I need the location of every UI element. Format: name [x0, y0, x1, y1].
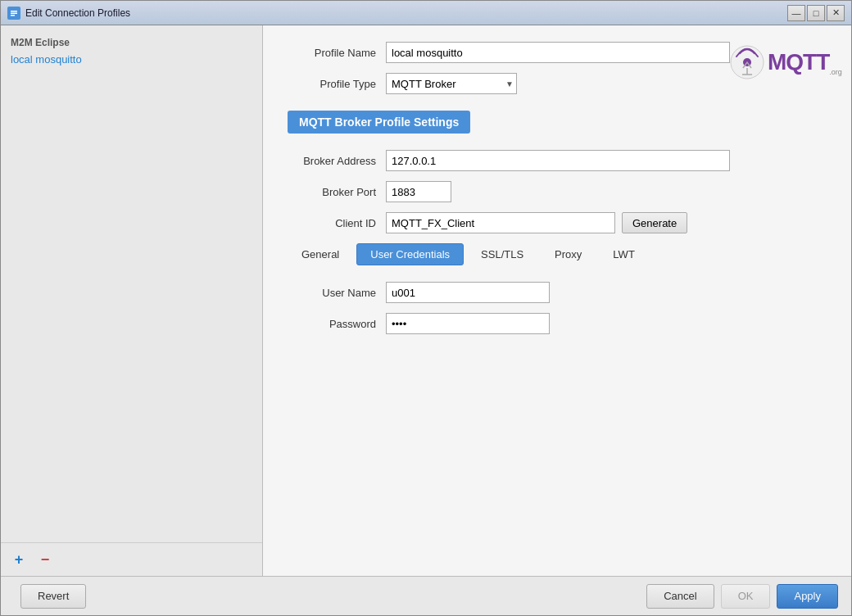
profile-name-label: Profile Name	[288, 47, 386, 59]
tabs-row: General User Credentials SSL/TLS Proxy L…	[288, 243, 827, 265]
sidebar-bottom: + −	[1, 542, 262, 576]
tab-proxy[interactable]: Proxy	[541, 243, 596, 265]
mqtt-logo-icon	[730, 45, 764, 79]
revert-button[interactable]: Revert	[20, 584, 86, 609]
main-panel: Profile Name Profile Type MQTT Broker MQ…	[263, 25, 851, 576]
mqtt-logo-sub: .org	[829, 68, 842, 76]
tab-lwt[interactable]: LWT	[599, 243, 648, 265]
profile-type-wrapper: MQTT Broker MQTT Spy Generic ▼	[386, 73, 517, 94]
title-bar: Edit Connection Profiles — □ ✕	[1, 1, 851, 25]
broker-address-label: Broker Address	[288, 155, 386, 167]
client-id-row: Client ID Generate	[288, 212, 827, 233]
header-row: Profile Name Profile Type MQTT Broker MQ…	[288, 42, 827, 104]
broker-address-row: Broker Address	[288, 150, 827, 171]
username-input[interactable]	[386, 282, 550, 303]
cancel-button[interactable]: Cancel	[646, 584, 714, 609]
svg-rect-1	[11, 11, 17, 12]
mqtt-logo-text: MQTT	[768, 49, 829, 75]
username-label: User Name	[288, 287, 386, 299]
sidebar-group-label: M2M Eclipse	[1, 32, 262, 50]
add-profile-button[interactable]: +	[9, 550, 29, 569]
credentials-section: User Name Password	[288, 282, 827, 334]
main-window: Edit Connection Profiles — □ ✕ M2M Eclip…	[0, 0, 852, 616]
mqtt-logo-area: MQTT .org	[730, 42, 842, 79]
password-label: Password	[288, 318, 386, 330]
svg-rect-2	[11, 12, 17, 14]
apply-button[interactable]: Apply	[777, 584, 838, 609]
profile-name-row: Profile Name	[288, 42, 730, 63]
password-input[interactable]	[386, 313, 550, 334]
broker-port-row: Broker Port	[288, 181, 827, 202]
client-id-label: Client ID	[288, 217, 386, 229]
profile-name-input[interactable]	[386, 42, 730, 63]
profile-type-row: Profile Type MQTT Broker MQTT Spy Generi…	[288, 73, 730, 94]
ok-button[interactable]: OK	[721, 584, 771, 609]
client-id-input[interactable]	[386, 212, 615, 233]
broker-port-input[interactable]	[386, 181, 451, 202]
close-button[interactable]: ✕	[827, 5, 845, 21]
profile-type-select[interactable]: MQTT Broker MQTT Spy Generic	[386, 73, 517, 94]
broker-address-input[interactable]	[386, 150, 730, 171]
maximize-button[interactable]: □	[807, 5, 825, 21]
tab-general[interactable]: General	[288, 243, 353, 265]
password-row: Password	[288, 313, 827, 334]
content-area: M2M Eclipse local mosquitto + − Profile …	[1, 25, 851, 576]
form-area: Profile Name Profile Type MQTT Broker MQ…	[288, 42, 730, 104]
window-controls: — □ ✕	[787, 5, 845, 21]
broker-port-label: Broker Port	[288, 186, 386, 198]
window-icon	[7, 7, 20, 20]
minimize-button[interactable]: —	[787, 5, 805, 21]
bottom-bar: Revert Cancel OK Apply	[1, 576, 851, 615]
svg-rect-3	[11, 15, 15, 16]
tab-user-credentials[interactable]: User Credentials	[356, 243, 464, 265]
generate-button[interactable]: Generate	[622, 212, 687, 233]
sidebar-item-local-mosquitto[interactable]: local mosquitto	[1, 50, 262, 69]
section-header: MQTT Broker Profile Settings	[288, 111, 470, 134]
window-title: Edit Connection Profiles	[25, 7, 787, 19]
profile-type-label: Profile Type	[288, 78, 386, 90]
sidebar: M2M Eclipse local mosquitto + −	[1, 25, 263, 576]
mqtt-logo: MQTT .org	[730, 45, 842, 79]
tab-ssl-tls[interactable]: SSL/TLS	[467, 243, 537, 265]
username-row: User Name	[288, 282, 827, 303]
remove-profile-button[interactable]: −	[35, 550, 55, 569]
